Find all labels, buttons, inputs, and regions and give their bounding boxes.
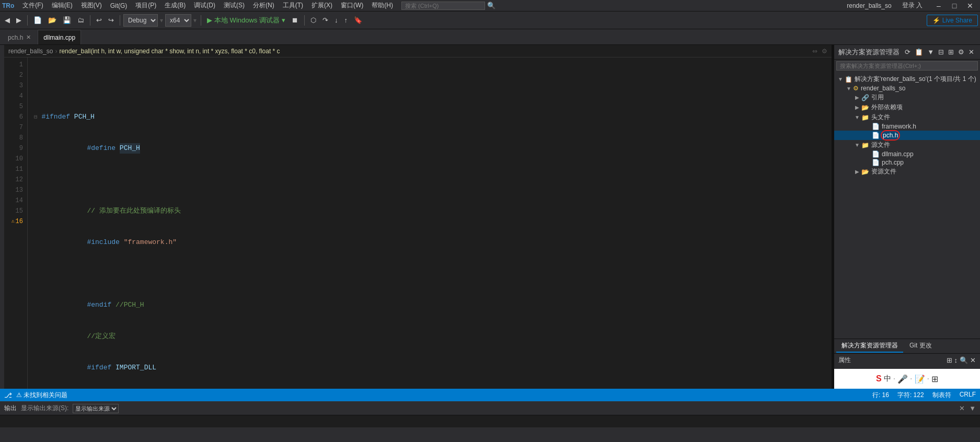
liveshare-button[interactable]: ⚡ Live Share (927, 15, 978, 26)
redo-button[interactable]: ↪ (106, 15, 117, 26)
tree-solution[interactable]: ▼ 📋 解决方案'render_balls_so'(1 个项目/共 1 个) (834, 74, 980, 84)
headers-icon: 📁 (861, 114, 869, 121)
status-encoding[interactable]: 制表符 (932, 391, 951, 400)
line-num-15: 15 (4, 206, 23, 216)
forward-button[interactable]: ▶ (14, 15, 24, 26)
step-into-button[interactable]: ↓ (332, 15, 341, 26)
properties-panel: 属性 ⊞ ↕ 🔍 ✕ (834, 353, 980, 369)
user-login[interactable]: 登录 入 (902, 1, 923, 10)
resources-label: 资源文件 (871, 167, 896, 176)
right-panel: 解决方案资源管理器 ⟳ 📋 ▼ ⊟ ⊞ ⚙ ✕ ▼ 📋 解决方案'render_… (834, 45, 980, 389)
code-line-2: ⊟ #ifndef PCH_H (34, 112, 832, 122)
external-deps-label: 外部依赖项 (871, 103, 903, 112)
menu-git[interactable]: Git(G) (106, 1, 132, 10)
output-source-select[interactable]: 显示输出来源 (73, 404, 119, 413)
output-collapse-btn[interactable]: ▼ (969, 404, 976, 412)
tree-sources[interactable]: ▼ 📁 源文件 (834, 140, 980, 150)
breakpoint-button[interactable]: ⬡ (308, 15, 319, 26)
tree-references[interactable]: ▶ 🔗 引用 (834, 92, 980, 102)
se-new-solution-btn[interactable]: ⊞ (947, 47, 955, 57)
output-close-btn[interactable]: ✕ (959, 404, 965, 412)
tree-pch-h[interactable]: 📄 pch.h (834, 131, 980, 140)
sources-label: 源文件 (871, 141, 890, 149)
undo-button[interactable]: ↩ (94, 15, 105, 26)
solution-explorer-header: 解决方案资源管理器 ⟳ 📋 ▼ ⊟ ⊞ ⚙ ✕ (834, 45, 980, 60)
tree-framework-h[interactable]: 📄 framework.h (834, 122, 980, 131)
code-line-5: // 添加要在此处预编译的标头 (34, 206, 832, 216)
back-button[interactable]: ◀ (2, 15, 13, 26)
tab-solution-explorer[interactable]: 解决方案资源管理器 (836, 340, 903, 353)
breadcrumb-expand-icon[interactable]: ⇔ (812, 48, 817, 55)
tree-container[interactable]: ▼ 📋 解决方案'render_balls_so'(1 个项目/共 1 个) ▼… (834, 72, 980, 339)
tree-dllmain-cpp[interactable]: 📄 dllmain.cpp (834, 150, 980, 158)
status-line-ending[interactable]: CRLF (960, 391, 976, 400)
menu-view[interactable]: 视图(V) (77, 0, 106, 11)
save-all-button[interactable]: 🗂 (75, 15, 87, 26)
se-properties-btn[interactable]: 📋 (913, 47, 925, 57)
platform-select[interactable]: x64 (165, 14, 191, 27)
se-sync-btn[interactable]: ⟳ (903, 47, 912, 57)
run-dropdown-icon: ▾ (282, 16, 285, 24)
sogou-grid-icon[interactable]: ⊞ (931, 374, 938, 384)
tree-pch-cpp[interactable]: 📄 pch.cpp (834, 158, 980, 167)
menu-file[interactable]: 文件(F) (18, 0, 47, 11)
stop-button[interactable]: ⏹ (289, 15, 301, 26)
prop-search-btn[interactable]: 🔍 (960, 356, 968, 364)
breadcrumb-function: render_ball(int h, int w, unsigned char … (59, 48, 280, 55)
status-line: 行: 16 (872, 391, 889, 400)
output-panel: 输出 显示输出来源(S): 显示输出来源 ✕ ▼ (0, 401, 980, 427)
menu-tools[interactable]: 工具(T) (279, 0, 307, 11)
tab-pch-h-close[interactable]: ✕ (26, 34, 31, 41)
sogou-text-icon[interactable]: 📝 (915, 374, 925, 384)
menu-build[interactable]: 生成(B) (160, 0, 190, 11)
code-editor[interactable]: 1 2 3 4 5 6 7 8 9 10 11 12 13 14 15 ⚠16 (4, 57, 832, 389)
prop-close-btn[interactable]: ✕ (970, 356, 976, 364)
step-over-button[interactable]: ↷ (320, 15, 331, 26)
tab-git-changes[interactable]: Git 更改 (904, 340, 937, 353)
maximize-button[interactable]: □ (947, 0, 962, 14)
menu-edit[interactable]: 编辑(E) (48, 0, 77, 11)
project-icon: ⚙ (853, 85, 859, 92)
code-content[interactable]: ⊟ #ifndef PCH_H #define PCH_H // 添加要在此处预… (28, 57, 832, 389)
save-button[interactable]: 💾 (60, 15, 74, 26)
tab-dllmain-cpp[interactable]: dllmain.cpp (38, 30, 81, 44)
run-button[interactable]: ▶ 本地 Windows 调试器 ▾ (204, 14, 288, 27)
debug-config-select[interactable]: Debug (123, 14, 158, 27)
tree-headers[interactable]: ▼ 📁 头文件 (834, 112, 980, 122)
open-button[interactable]: 📂 (45, 15, 59, 26)
close-button[interactable]: ✕ (962, 0, 978, 14)
tree-resources[interactable]: ▶ 📂 资源文件 (834, 167, 980, 177)
se-search-input[interactable] (836, 61, 978, 71)
se-settings-btn[interactable]: ⚙ (956, 47, 966, 57)
settings-icon[interactable]: ⚙ (822, 48, 827, 55)
prop-grid-btn[interactable]: ⊞ (947, 356, 952, 364)
menu-help[interactable]: 帮助(H) (367, 0, 397, 11)
search-input[interactable] (401, 2, 485, 10)
menu-window[interactable]: 窗口(W) (337, 0, 367, 11)
menu-test[interactable]: 测试(S) (220, 0, 249, 11)
title-logo: TRo (2, 2, 14, 9)
menu-extensions[interactable]: 扩展(X) (307, 0, 337, 11)
status-indicator[interactable]: ⚠ 未找到相关问题 (16, 391, 67, 400)
step-out-button[interactable]: ↑ (341, 15, 350, 26)
se-collapse-btn[interactable]: ⊟ (937, 47, 946, 57)
menu-project[interactable]: 项目(P) (131, 0, 160, 11)
tree-external-deps[interactable]: ▶ 📂 外部依赖项 (834, 102, 980, 112)
minimize-button[interactable]: – (931, 0, 947, 14)
menu-analyze[interactable]: 分析(N) (249, 0, 279, 11)
se-search-row (834, 60, 980, 72)
new-project-button[interactable]: 📄 (31, 15, 44, 26)
tab-pch-h[interactable]: pch.h ✕ (2, 30, 37, 44)
menu-debug[interactable]: 调试(D) (190, 0, 220, 11)
separator-3 (120, 15, 120, 26)
tree-project[interactable]: ▼ ⚙ render_balls_so (834, 84, 980, 92)
se-close-btn[interactable]: ✕ (967, 47, 976, 57)
se-filter-btn[interactable]: ▼ (926, 47, 936, 57)
sogou-mic-icon[interactable]: 🎤 (897, 374, 908, 384)
sogou-dot3: · (927, 374, 929, 383)
breadcrumb: render_balls_so › render_ball(int h, int… (4, 45, 832, 57)
bookmark-button[interactable]: 🔖 (351, 15, 365, 26)
prop-sort-btn[interactable]: ↕ (954, 356, 958, 364)
resources-arrow-icon: ▶ (853, 169, 861, 175)
git-branch-icon: ⎇ (4, 391, 12, 399)
